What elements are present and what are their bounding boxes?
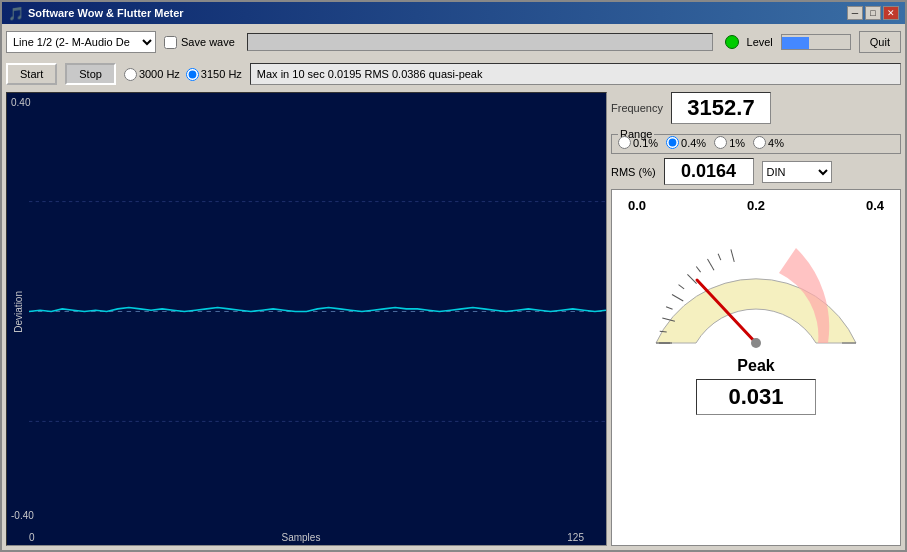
range-options: 0.1% 0.4% 1% 4% [618, 136, 894, 149]
range-4-radio[interactable] [753, 136, 766, 149]
maximize-button[interactable]: □ [865, 6, 881, 20]
peak-label: Peak [737, 357, 774, 375]
minimize-button[interactable]: ─ [847, 6, 863, 20]
svg-line-19 [672, 295, 683, 302]
title-bar: 🎵 Software Wow & Flutter Meter ─ □ ✕ [2, 2, 905, 24]
svg-line-18 [666, 307, 672, 310]
frequency-display: 3152.7 [671, 92, 771, 124]
frequency-radio-group: 3000 Hz 3150 Hz [124, 68, 242, 81]
meter-label-0: 0.0 [628, 198, 646, 213]
range-1-radio[interactable] [714, 136, 727, 149]
x-end-label: 125 [567, 532, 584, 543]
range-1-label[interactable]: 1% [714, 136, 745, 149]
status-box: Max in 10 sec 0.0195 RMS 0.0386 quasi-pe… [250, 63, 901, 85]
waveform-svg [29, 93, 606, 530]
frequency-label: Frequency [611, 102, 663, 114]
waveform-line [29, 308, 606, 312]
range-04-radio[interactable] [666, 136, 679, 149]
controls-row: Start Stop 3000 Hz 3150 Hz Max in 10 sec… [6, 60, 901, 88]
start-button[interactable]: Start [6, 63, 57, 85]
device-select[interactable]: Line 1/2 (2- M-Audio De [6, 31, 156, 53]
svg-line-20 [679, 285, 685, 289]
svg-line-24 [718, 254, 721, 260]
rms-display: 0.0164 [664, 158, 754, 185]
rms-label: RMS (%) [611, 166, 656, 178]
radio-3000[interactable] [124, 68, 137, 81]
y-axis-label: Deviation [13, 291, 24, 333]
svg-point-26 [751, 338, 761, 348]
frequency-section: Frequency 3152.7 [611, 92, 901, 124]
content-area: Line 1/2 (2- M-Audio De Save wave Level … [2, 24, 905, 550]
level-bar [781, 34, 851, 50]
x-axis-title: Samples [281, 532, 320, 543]
progress-bar [247, 33, 713, 51]
close-button[interactable]: ✕ [883, 6, 899, 20]
range-04-label[interactable]: 0.4% [666, 136, 706, 149]
din-select[interactable]: DIN [762, 161, 832, 183]
range-01-label[interactable]: 0.1% [618, 136, 658, 149]
main-window: 🎵 Software Wow & Flutter Meter ─ □ ✕ Lin… [0, 0, 907, 552]
svg-line-22 [696, 267, 700, 273]
svg-line-23 [708, 259, 715, 270]
stop-button[interactable]: Stop [65, 63, 116, 85]
meter-arc-svg [636, 213, 876, 353]
meter-section: 0.0 0.2 0.4 [611, 189, 901, 546]
range-fieldset: Range 0.1% 0.4% 1% [611, 128, 901, 154]
x-start-label: 0 [29, 532, 35, 543]
right-panel: Frequency 3152.7 Range 0.1% 0.4% [611, 92, 901, 546]
radio-3150-label[interactable]: 3150 Hz [186, 68, 242, 81]
level-label: Level [747, 36, 773, 48]
level-fill [782, 37, 809, 49]
save-wave-checkbox[interactable] [164, 36, 177, 49]
quit-button[interactable]: Quit [859, 31, 901, 53]
peak-display: 0.031 [696, 379, 816, 415]
main-area: 0.40 -0.40 Deviation [6, 92, 901, 546]
title-bar-controls: ─ □ ✕ [847, 6, 899, 20]
save-wave-text: Save wave [181, 36, 235, 48]
top-bar: Line 1/2 (2- M-Audio De Save wave Level … [6, 28, 901, 56]
meter-label-02: 0.2 [747, 198, 765, 213]
status-text: Max in 10 sec 0.0195 RMS 0.0386 quasi-pe… [257, 68, 483, 80]
radio-3000-label[interactable]: 3000 Hz [124, 68, 180, 81]
status-indicator [725, 35, 739, 49]
save-wave-label[interactable]: Save wave [164, 36, 235, 49]
svg-line-21 [687, 274, 696, 283]
rms-section: RMS (%) 0.0164 DIN [611, 158, 901, 185]
waveform-section: 0.40 -0.40 Deviation [6, 92, 607, 546]
range-4-label[interactable]: 4% [753, 136, 784, 149]
window-title: Software Wow & Flutter Meter [28, 7, 184, 19]
svg-line-25 [731, 249, 734, 262]
meter-label-04: 0.4 [866, 198, 884, 213]
radio-3150[interactable] [186, 68, 199, 81]
range-01-radio[interactable] [618, 136, 631, 149]
